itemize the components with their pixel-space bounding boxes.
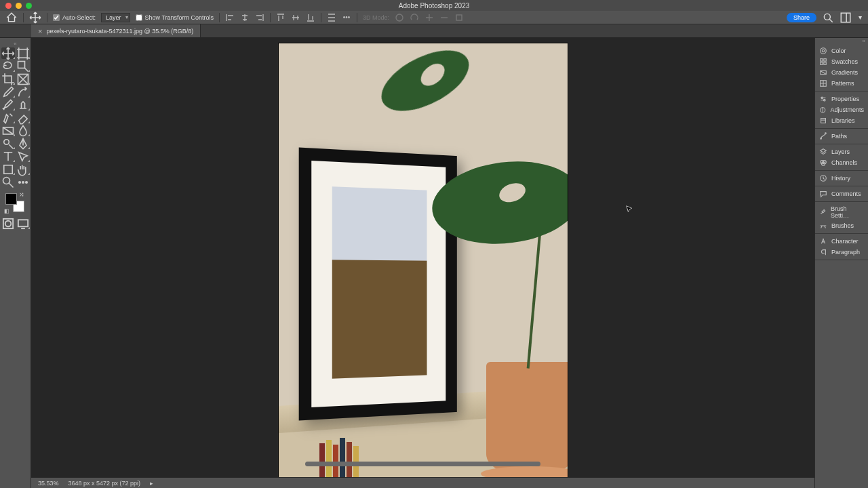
history-brush-tool[interactable] <box>1 112 15 123</box>
align-hcenter-icon[interactable] <box>240 13 250 22</box>
panel-brushes[interactable]: Brushes <box>815 220 868 231</box>
show-transform-checkbox[interactable]: Show Transform Controls <box>136 14 214 21</box>
svg-rect-28 <box>821 119 826 123</box>
character-icon <box>819 237 827 245</box>
align-top-icon[interactable] <box>276 13 285 22</box>
svg-rect-22 <box>824 62 826 64</box>
panels-dock: » ColorSwatchesGradientsPatternsProperti… <box>814 38 868 488</box>
gradient-tool[interactable] <box>1 125 15 136</box>
swatches-icon <box>819 58 827 66</box>
panel-channels[interactable]: Channels <box>815 157 868 168</box>
photo-frame <box>298 148 456 421</box>
comments-icon <box>819 190 827 198</box>
move-tool[interactable] <box>1 47 15 59</box>
panel-paths[interactable]: Paths <box>815 131 868 142</box>
panel-character[interactable]: Character <box>815 236 868 247</box>
hand-tool[interactable] <box>16 163 30 175</box>
dodge-tool[interactable] <box>1 138 15 149</box>
svg-point-17 <box>821 48 827 54</box>
search-icon[interactable] <box>822 12 834 23</box>
move-tool-icon[interactable] <box>29 12 41 23</box>
type-tool[interactable] <box>1 150 15 162</box>
panel-properties[interactable]: Properties <box>815 94 868 104</box>
document-tab-bar: × pexels-ryutaro-tsukata-5472311.jpg @ 3… <box>0 24 868 38</box>
svg-rect-21 <box>821 62 823 64</box>
color-icon <box>819 47 827 55</box>
workspace-icon[interactable] <box>840 12 852 23</box>
svg-rect-1 <box>456 15 462 20</box>
panel-history[interactable]: History <box>815 173 868 184</box>
color-swatches[interactable]: ⤭ ◧ <box>5 193 24 212</box>
foreground-color-swatch[interactable] <box>5 193 17 205</box>
patterns-icon <box>819 79 827 87</box>
app-title: Adobe Photoshop 2023 <box>0 2 868 9</box>
slide-3d-icon <box>439 13 449 22</box>
collapse-toolbar-icon[interactable]: « <box>0 41 31 46</box>
panel-adjustments[interactable]: Adjustments <box>815 104 868 115</box>
document-canvas[interactable] <box>279 43 568 477</box>
horizontal-scrollbar[interactable] <box>305 462 540 466</box>
document-tab[interactable]: × pexels-ryutaro-tsukata-5472311.jpg @ 3… <box>31 24 201 37</box>
auto-select-mode-dropdown[interactable]: Layer <box>101 13 130 22</box>
mac-titlebar: Adobe Photoshop 2023 <box>0 0 868 11</box>
tab-filename: pexels-ryutaro-tsukata-5472311.jpg @ 35.… <box>46 28 193 35</box>
crop-tool[interactable] <box>1 73 15 85</box>
svg-rect-4 <box>18 49 27 58</box>
distribute-icon[interactable] <box>327 13 336 22</box>
svg-point-12 <box>22 181 24 183</box>
brushes-icon <box>819 222 827 230</box>
swap-colors-icon[interactable]: ⤭ <box>19 191 24 198</box>
spot-heal-tool[interactable] <box>16 86 30 98</box>
quick-select-tool[interactable] <box>16 60 30 72</box>
align-right-icon[interactable] <box>255 13 264 22</box>
panel-paragraph[interactable]: Paragraph <box>815 247 868 258</box>
quickmask-icon[interactable] <box>1 218 15 229</box>
edit-toolbar[interactable] <box>16 176 30 188</box>
frame-tool[interactable] <box>16 73 30 85</box>
lasso-tool[interactable] <box>1 60 15 72</box>
panel-gradients[interactable]: Gradients <box>815 67 868 78</box>
panel-color[interactable]: Color <box>815 45 868 56</box>
panel-libraries[interactable]: Libraries <box>815 115 868 126</box>
close-tab-icon[interactable]: × <box>38 27 42 35</box>
panel-comments[interactable]: Comments <box>815 188 868 199</box>
brush-tool[interactable] <box>1 99 15 110</box>
status-bar: 35.53% 3648 px x 5472 px (72 ppi) ▸ <box>31 477 814 488</box>
eraser-tool[interactable] <box>16 112 30 123</box>
status-zoom[interactable]: 35.53% <box>38 480 59 487</box>
brush-setti--icon <box>819 208 827 216</box>
auto-select-checkbox[interactable]: Auto-Select: <box>53 14 96 21</box>
pen-tool[interactable] <box>16 138 30 149</box>
workspace-dropdown-icon[interactable]: ▾ <box>857 12 863 23</box>
canvas-area: 35.53% 3648 px x 5472 px (72 ppi) ▸ <box>31 38 814 488</box>
align-vcenter-icon[interactable] <box>291 13 300 22</box>
status-more-icon[interactable]: ▸ <box>150 480 153 487</box>
home-button[interactable] <box>5 12 18 23</box>
eyedropper-tool[interactable] <box>1 86 15 98</box>
zoom-tool[interactable] <box>1 176 15 188</box>
clone-stamp-tool[interactable] <box>16 99 30 110</box>
panel-layers[interactable]: Layers <box>815 146 868 157</box>
orbit-3d-icon <box>395 13 404 22</box>
rectangle-tool[interactable] <box>1 163 15 175</box>
paragraph-icon <box>819 248 827 256</box>
blur-tool[interactable] <box>16 125 30 136</box>
align-left-icon[interactable] <box>225 13 235 22</box>
more-align-icon[interactable]: ••• <box>342 13 351 22</box>
panel-patterns[interactable]: Patterns <box>815 78 868 89</box>
canvas-viewport[interactable] <box>31 38 814 477</box>
move-cursor-icon <box>625 205 632 211</box>
svg-rect-16 <box>18 220 27 226</box>
artboard-tool[interactable] <box>16 47 30 59</box>
path-select-tool[interactable] <box>16 150 30 162</box>
default-colors-icon[interactable]: ◧ <box>4 208 9 214</box>
share-button[interactable]: Share <box>787 13 816 22</box>
status-docinfo[interactable]: 3648 px x 5472 px (72 ppi) <box>68 480 141 487</box>
align-bottom-icon[interactable] <box>306 13 315 22</box>
panel-brush-setti-[interactable]: Brush Setti… <box>815 204 868 220</box>
collapse-panels-icon[interactable]: » <box>815 38 868 43</box>
layers-icon <box>819 148 827 156</box>
svg-rect-5 <box>18 61 24 68</box>
screenmode-icon[interactable] <box>16 218 30 229</box>
panel-swatches[interactable]: Swatches <box>815 56 868 67</box>
